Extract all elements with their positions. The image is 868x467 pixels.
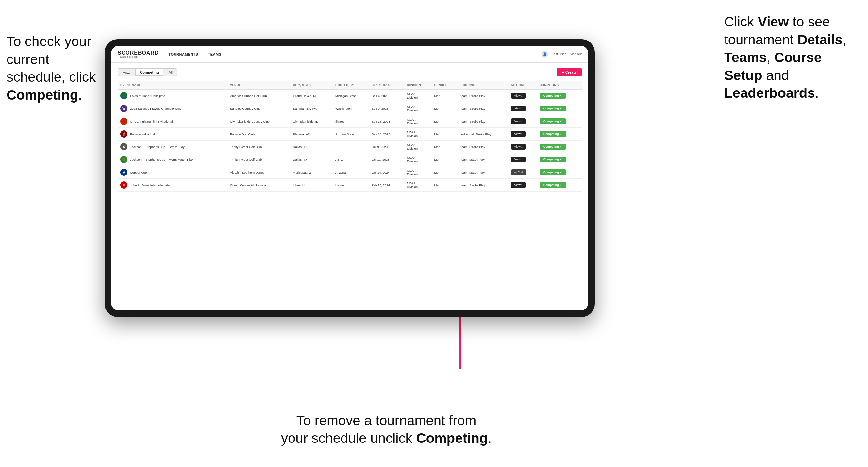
competing-cell: Competing ✓ — [537, 141, 582, 153]
competing-button[interactable]: Competing ✓ — [539, 105, 566, 112]
event-name-cell: H John A. Burns Intercollegiate — [118, 179, 227, 191]
brand-title: SCOREBOARD — [118, 50, 159, 56]
team-logo: H — [120, 181, 127, 189]
edit-button[interactable]: ✏ Edit — [511, 169, 526, 175]
annotation-left: To check your current schedule, click Co… — [6, 33, 111, 104]
nav-teams[interactable]: TEAMS — [208, 52, 221, 56]
venue-cell: Ocean Course At Hokuala — [227, 179, 290, 191]
date-cell: Sep 9, 2023 — [369, 102, 404, 115]
view-button[interactable]: View ℹ — [511, 182, 526, 188]
venue-cell: Papago Golf Club — [227, 128, 290, 141]
tablet-screen: SCOREBOARD Powered by clippi TOURNAMENTS… — [111, 46, 588, 310]
nav-tournaments[interactable]: TOURNAMENTS — [168, 52, 198, 56]
date-cell: Feb 15, 2024 — [369, 179, 404, 191]
city-cell: Dallas, TX — [290, 141, 333, 153]
gender-cell: Men — [432, 179, 458, 191]
division-cell: NCAADivision I — [404, 102, 432, 115]
tab-home[interactable]: Ho... — [118, 69, 135, 76]
team-logo: A — [120, 168, 127, 176]
scoring-cell: team, Stroke Play — [458, 102, 508, 115]
col-scoring: SCORING — [458, 81, 508, 89]
event-name: Jackson T. Stephens Cup – Stroke Play — [130, 145, 185, 149]
annotation-bottom-text: To remove a tournament fromyour schedule… — [281, 413, 492, 446]
scoring-cell: team, Stroke Play — [458, 179, 508, 191]
nav-right: 👤 Test User Sign out — [541, 51, 582, 58]
nav-brand: SCOREBOARD Powered by clippi — [118, 50, 159, 58]
scoring-cell: team, Match Play — [458, 166, 508, 179]
event-name: 2023 Sahalee Players Championship — [130, 107, 181, 111]
table-row: H John A. Burns Intercollegiate Ocean Co… — [118, 179, 582, 191]
event-name: Folds of Honor Collegiate — [130, 94, 165, 98]
competing-button[interactable]: Competing ✓ — [539, 144, 566, 150]
team-logo: ⚙ — [120, 143, 127, 150]
table-row: W 2023 Sahalee Players Championship Saha… — [118, 102, 582, 115]
event-name: Copper Cup — [130, 170, 147, 174]
competing-button[interactable]: Competing ✓ — [539, 169, 566, 175]
hosted-cell: Michigan State — [333, 89, 369, 102]
signout-link[interactable]: Sign out — [569, 52, 582, 56]
gender-cell: Men — [432, 102, 458, 115]
competing-button[interactable]: Competing ✓ — [539, 182, 566, 188]
col-gender: GENDER — [432, 81, 458, 89]
team-logo: I — [120, 118, 127, 125]
scoring-cell: team, Stroke Play — [458, 141, 508, 153]
event-name-cell: 🍴 Papago Individual — [118, 128, 227, 141]
view-button[interactable]: View ℹ — [511, 118, 526, 124]
competing-cell: Competing ✓ — [537, 102, 582, 115]
city-cell: Lihue, HI — [290, 179, 333, 191]
team-logo: 🌿 — [120, 156, 127, 163]
event-name: John A. Burns Intercollegiate — [130, 183, 169, 187]
event-name-cell: A Copper Cup — [118, 166, 227, 179]
date-cell: Sep 18, 2023 — [369, 128, 404, 141]
view-button[interactable]: View ℹ — [511, 93, 526, 99]
scoring-cell: team, Stroke Play — [458, 115, 508, 128]
table-header: EVENT NAME VENUE CITY, STATE HOSTED BY S… — [118, 81, 582, 89]
view-button[interactable]: View ℹ — [511, 131, 526, 137]
competing-cell: Competing ✓ — [537, 153, 582, 166]
main-content: Ho... Competing All + Create EVENT NAME … — [111, 63, 588, 310]
create-button[interactable]: + Create — [557, 68, 582, 76]
venue-cell: Ak-Chin Southern Dunes — [227, 166, 290, 179]
scoring-cell: team, Match Play — [458, 153, 508, 166]
competing-button[interactable]: Competing ✓ — [539, 118, 566, 124]
event-name-cell: 🐾 Folds of Honor Collegiate — [118, 89, 227, 102]
action-cell: View ℹ — [508, 179, 537, 191]
hosted-cell — [333, 141, 369, 153]
view-button[interactable]: View ℹ — [511, 105, 526, 112]
event-name: Papago Individual — [130, 132, 155, 136]
tournaments-table: EVENT NAME VENUE CITY, STATE HOSTED BY S… — [118, 81, 582, 191]
user-name: Test User — [552, 52, 566, 56]
table-row: ⚙ Jackson T. Stephens Cup – Stroke Play … — [118, 141, 582, 153]
tab-all[interactable]: All — [164, 69, 177, 76]
col-hosted: HOSTED BY — [333, 81, 369, 89]
action-cell: View ℹ — [508, 115, 537, 128]
city-cell: Olympia Fields, IL — [290, 115, 333, 128]
competing-cell: Competing ✓ — [537, 115, 582, 128]
competing-button[interactable]: Competing ✓ — [539, 93, 566, 99]
event-name: Jackson T. Stephens Cup – Men's Match Pl… — [130, 158, 193, 161]
hosted-cell: Arizona State — [333, 128, 369, 141]
filter-tabs: Ho... Competing All — [118, 68, 178, 76]
view-button[interactable]: View ℹ — [511, 144, 526, 150]
hosted-cell: Illinois — [333, 115, 369, 128]
event-name-cell: W 2023 Sahalee Players Championship — [118, 102, 227, 115]
view-button[interactable]: View ℹ — [511, 157, 526, 162]
tournaments-table-wrap: EVENT NAME VENUE CITY, STATE HOSTED BY S… — [118, 81, 582, 191]
gender-cell: Men — [432, 166, 458, 179]
competing-cell: Competing ✓ — [537, 166, 582, 179]
table-row: 🍴 Papago Individual Papago Golf ClubPhoe… — [118, 128, 582, 141]
city-cell: Dallas, TX — [290, 153, 333, 166]
gender-cell: Men — [432, 89, 458, 102]
col-start-date: START DATE — [369, 81, 404, 89]
venue-cell: American Dunes Golf Club — [227, 89, 290, 102]
annotation-right-text: Click View to see tournament Details, Te… — [724, 14, 846, 101]
table-row: 🐾 Folds of Honor Collegiate American Dun… — [118, 89, 582, 102]
competing-button[interactable]: Competing ✓ — [539, 157, 566, 162]
competing-button[interactable]: Competing ✓ — [539, 131, 566, 137]
division-cell: NCAADivision I — [404, 141, 432, 153]
competing-cell: Competing ✓ — [537, 179, 582, 191]
tab-competing[interactable]: Competing — [135, 69, 163, 76]
division-cell: NCAADivision I — [404, 89, 432, 102]
event-name-cell: I OFCC Fighting Illini Invitational — [118, 115, 227, 128]
gender-cell: Men — [432, 153, 458, 166]
